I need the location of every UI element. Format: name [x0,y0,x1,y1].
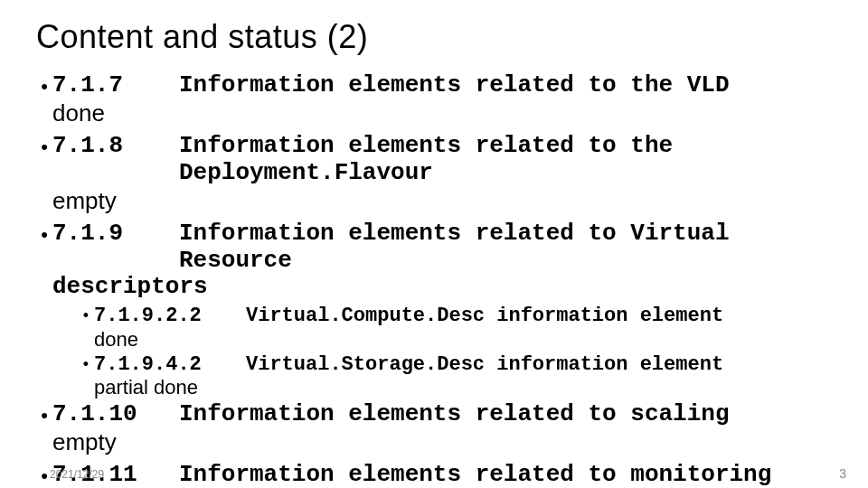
bullet-icon: • [78,353,94,374]
item-number: 7.1.8 [52,133,179,160]
item-number: 7.1.9.2.2 [94,305,246,327]
bullet-icon: • [36,133,52,158]
bullet-icon: • [36,221,52,246]
bullet-item: • 7.1.11 Information elements related to… [36,462,841,488]
bullet-item-continuation: descriptors [36,274,841,301]
footer-page-number: 3 [839,466,846,481]
item-status: empty [36,428,841,456]
bullet-item: • 7.1.10 Information elements related to… [36,401,841,428]
bullet-item: • 7.1.8 Information elements related to … [36,133,841,187]
item-desc: Virtual.Storage.Desc information element [246,353,841,376]
item-status: empty [36,187,841,215]
footer-date: 2021/12/29 [50,468,104,481]
item-desc: Information elements related to the VLD [179,72,841,99]
item-desc: Information elements related to Virtual … [179,221,841,275]
item-status: done [36,99,841,127]
slide: Content and status (2) • 7.1.7 Informati… [0,0,868,488]
item-number: 7.1.10 [52,401,179,428]
slide-title: Content and status (2) [36,18,841,56]
item-desc: Information elements related to scaling [179,401,841,428]
item-number: 7.1.9.4.2 [94,353,246,376]
bullet-icon: • [36,72,52,98]
item-number: 7.1.9 [52,221,179,248]
item-status: done [78,328,841,352]
item-desc-cont: descriptors [36,274,208,301]
item-status: partial done [78,376,841,399]
bullet-item: • 7.1.9.2.2 Virtual.Compute.Desc informa… [78,305,841,327]
bullet-item: • 7.1.9.4.2 Virtual.Storage.Desc informa… [78,353,841,376]
item-number: 7.1.7 [52,72,179,99]
item-desc: Virtual.Compute.Desc information element [246,305,841,327]
nested-list: • 7.1.9.2.2 Virtual.Compute.Desc informa… [78,305,841,399]
bullet-icon: • [78,305,94,325]
item-desc: Information elements related to the Depl… [179,133,841,187]
bullet-item: • 7.1.7 Information elements related to … [36,72,841,99]
bullet-item: • 7.1.9 Information elements related to … [36,221,841,275]
item-desc: Information elements related to monitori… [179,462,841,488]
bullet-icon: • [36,401,52,427]
